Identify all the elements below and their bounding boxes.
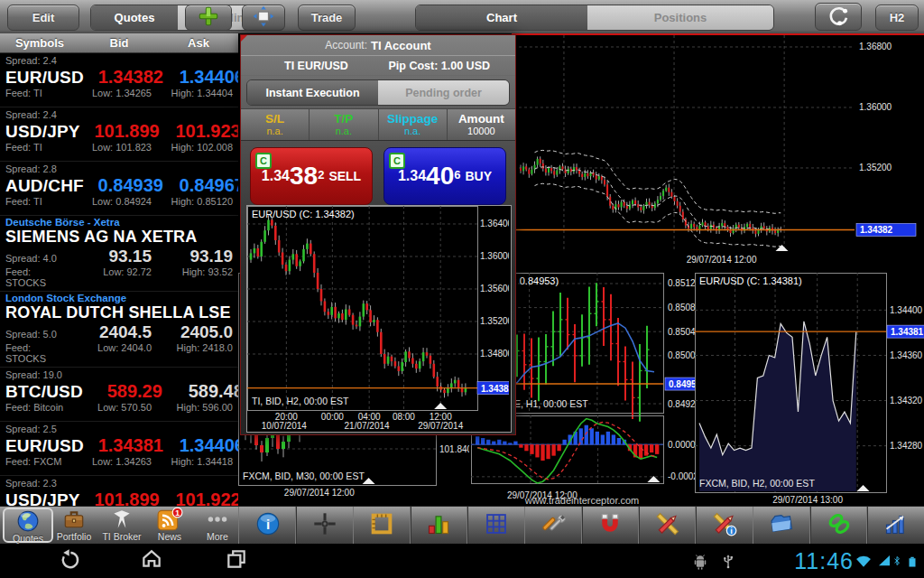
exchange-label: London Stock Exchange — [5, 293, 233, 303]
grid-icon — [484, 511, 509, 540]
bid-price: 589.29 — [83, 381, 162, 402]
quote-row-royal-dutch-shella-lse[interactable]: London Stock ExchangeROYAL DUTCH SHELLA … — [0, 292, 238, 368]
pip-cost: Pip Cost: 1.00 USD — [388, 60, 490, 72]
svg-text:1.34382: 1.34382 — [860, 225, 893, 235]
toolbar-button-folder[interactable] — [753, 507, 811, 545]
quote-row-eur-usd[interactable]: Spread: 2.5EUR/USD1.343811.34406Feed: FX… — [0, 422, 238, 476]
toolbar-tab-portfolio[interactable]: Portfolio — [51, 508, 97, 543]
toolbar-button-magnet[interactable] — [581, 507, 640, 545]
toolbar-button-tools[interactable] — [524, 507, 583, 545]
quote-row-btc-usd[interactable]: Spread: 19.0BTC/USD589.29589.48Feed: Bit… — [0, 368, 238, 422]
feed-label: Feed: STOCKS — [5, 266, 72, 288]
sync-button[interactable] — [815, 3, 862, 31]
main-chart: 1.368001.360001.352001.3438229/07/2014 1… — [513, 35, 916, 265]
quote-row-eur-usd[interactable]: Spread: 2.4EUR/USD1.343821.34406Feed: TI… — [0, 53, 238, 107]
clock: 11:46 — [794, 548, 854, 574]
toolbar-tab-more[interactable]: More — [194, 508, 241, 543]
toolbar-button-link[interactable] — [809, 507, 868, 545]
high-label: High: 102.008 — [152, 142, 233, 153]
svg-text:1.34400: 1.34400 — [890, 305, 923, 315]
tab-instant-execution[interactable]: Instant Execution — [247, 80, 378, 105]
recents-button[interactable] — [217, 548, 256, 573]
symbol-name: USD/JPY — [5, 490, 80, 506]
toolbar-tab-label: TI Broker — [102, 531, 141, 542]
svg-text:08:00: 08:00 — [393, 412, 415, 422]
sell-button[interactable]: C 1.34382SELL — [250, 147, 373, 205]
bid-price: 93.15 — [72, 247, 152, 266]
toolbar-button-draw-tools[interactable] — [638, 507, 697, 545]
recents-icon — [223, 547, 250, 574]
back-button[interactable] — [47, 548, 87, 573]
tab-quotes[interactable]: Quotes — [91, 5, 178, 30]
toolbar-tab-ti-broker[interactable]: TI Broker — [98, 508, 145, 543]
high-label: High: 2418.0 — [152, 342, 233, 353]
toolbar-button-info[interactable]: i — [238, 507, 297, 545]
field-amount[interactable]: Amount10000 — [448, 109, 515, 140]
order-fields: S/Ln.a.T/Pn.a.Slippagen.a.Amount10000 — [241, 108, 515, 141]
news-icon: 1 — [156, 508, 183, 531]
tab-chart[interactable]: Chart — [416, 5, 587, 30]
svg-text:1.35200: 1.35200 — [859, 163, 892, 172]
toolbar-button-analysis[interactable] — [866, 507, 924, 545]
quotes-header: SymbolsBidAsk — [0, 33, 238, 53]
toolbar-button-grid[interactable] — [467, 507, 525, 545]
svg-text:29/07/2014 13:00: 29/07/2014 13:00 — [772, 495, 843, 505]
tab-positions[interactable]: Positions — [587, 5, 773, 30]
bid-price: 0.84939 — [84, 175, 163, 196]
ask-price: 589.48 — [162, 381, 238, 402]
field-label: Slippage — [387, 112, 438, 126]
toolbar-button-frame-ruler[interactable] — [353, 507, 411, 545]
signal-icon — [877, 552, 892, 573]
frame-ruler-icon — [369, 511, 394, 540]
quote-row-usd-jpy[interactable]: Spread: 2.3USD/JPY101.899101.922 — [0, 476, 238, 506]
svg-text:1.34800: 1.34800 — [480, 349, 509, 359]
svg-text:1.35600: 1.35600 — [480, 284, 509, 294]
timeframe-button[interactable]: H2 — [875, 5, 919, 31]
add-symbol-button[interactable] — [185, 5, 232, 31]
toolbar-button-crosshair[interactable] — [295, 507, 354, 545]
toolbar-tab-quotes[interactable]: Quotes — [3, 508, 53, 543]
field-slippage[interactable]: Slippagen.a. — [379, 109, 448, 140]
edit-button[interactable]: Edit — [7, 5, 79, 31]
arrange-windows-button[interactable] — [242, 5, 285, 31]
spread-label: Spread: 19.0 — [5, 368, 233, 381]
field-label: Amount — [458, 112, 504, 126]
link-icon — [827, 511, 852, 540]
symbol-name: SIEMENS AG NA XETRA — [5, 228, 233, 247]
field-label: S/L — [265, 112, 284, 126]
quote-row-usd-jpy[interactable]: Spread: 2.4USD/JPY101.899101.923Feed: TI… — [0, 107, 238, 162]
svg-text:1.34280: 1.34280 — [890, 441, 923, 451]
tab-pending-order[interactable]: Pending order — [378, 80, 509, 105]
svg-text:E, H1, 00:00 EST: E, H1, 00:00 EST — [514, 398, 588, 409]
account-row[interactable]: Account:TI Account — [241, 35, 515, 56]
ask-price: 101.923 — [160, 121, 238, 142]
battery-icon — [906, 552, 919, 575]
field-sl[interactable]: S/Ln.a. — [241, 109, 310, 140]
tools-icon — [541, 511, 566, 540]
bottom-toolbar: QuotesPortfolioTI Broker1NewsMore ii — [0, 506, 924, 545]
trade-button[interactable]: Trade — [298, 5, 356, 31]
chart-window-eurusd-h2[interactable]: 1.368001.360001.352001.3438229/07/2014 1… — [512, 33, 924, 275]
toolbar-tab-news[interactable]: 1News — [146, 508, 193, 543]
symbol-name: BTC/USD — [5, 382, 83, 402]
quote-row-aud-chf[interactable]: Spread: 2.8AUD/CHF0.849390.84967Feed: TI… — [0, 162, 238, 216]
order-type-tabs: Instant Execution Pending order — [246, 79, 510, 106]
buy-price-sup: 6 — [454, 168, 460, 182]
dialog-chart[interactable]: 1.364001.360001.356001.352001.348001.343… — [246, 205, 512, 433]
home-button[interactable] — [132, 548, 171, 573]
symbol-name: ROYAL DUTCH SHELLA LSE — [5, 303, 233, 322]
field-tp[interactable]: T/Pn.a. — [310, 109, 378, 140]
buy-button[interactable]: C 1.34406BUY — [383, 147, 506, 205]
svg-text:1.34320: 1.34320 — [890, 396, 923, 406]
toolbar-button-bar-chart[interactable] — [410, 507, 468, 545]
low-label: Low: 2404.0 — [72, 342, 152, 353]
chart-window-eurusd-area[interactable]: 1.344001.343601.343201.342801.34381EUR/U… — [695, 273, 924, 506]
bid-price: 2404.5 — [72, 322, 152, 342]
svg-text:1.35200: 1.35200 — [480, 316, 509, 326]
svg-text:TI, BID, H2, 00:00 EST: TI, BID, H2, 00:00 EST — [252, 396, 349, 406]
toolbar-button-draw-tools-info[interactable]: i — [695, 507, 753, 545]
watermark: www.tradeinterceptor.com — [519, 495, 645, 506]
quote-row-siemens-ag-na-xetra[interactable]: Deutsche Börse - XetraSIEMENS AG NA XETR… — [0, 216, 238, 292]
feed-label: Feed: TI — [5, 142, 72, 153]
android-system-bar: 11:46 — [0, 544, 924, 578]
